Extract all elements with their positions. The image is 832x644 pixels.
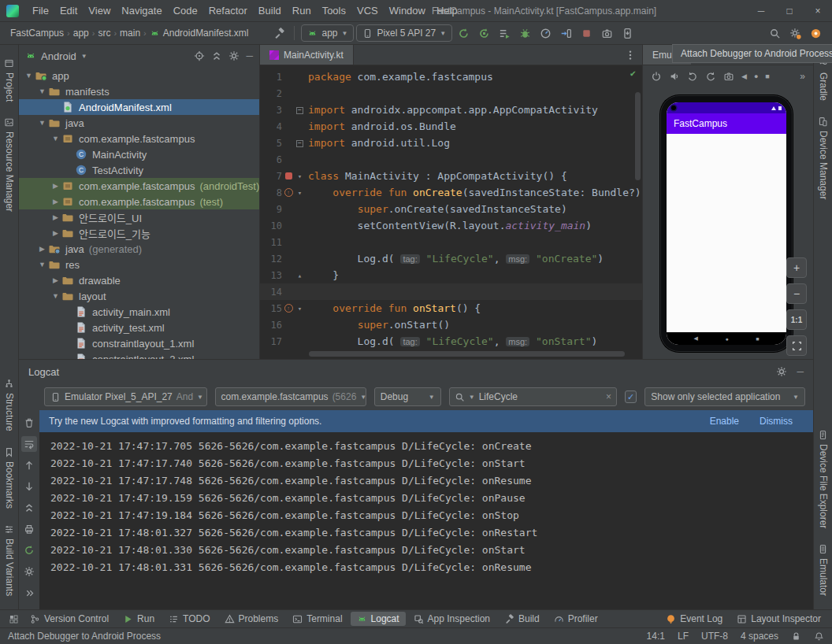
tree-expand-icon[interactable]: ▶ bbox=[36, 245, 48, 253]
minimize-button[interactable]: ─ bbox=[747, 0, 775, 22]
zoom-out-button[interactable]: − bbox=[786, 283, 807, 304]
zoom-reset-button[interactable]: 1:1 bbox=[786, 309, 807, 330]
menu-file[interactable]: File bbox=[27, 0, 54, 22]
menu-view[interactable]: View bbox=[83, 0, 116, 22]
tool-window-bar-layout-inspector[interactable]: Layout Inspector bbox=[730, 612, 827, 626]
emu-overflow-icon[interactable]: » bbox=[800, 71, 805, 82]
device-select[interactable]: Pixel 5 API 27 ▼ bbox=[356, 24, 452, 42]
menu-vcs[interactable]: VCS bbox=[351, 0, 384, 22]
tree-item-app[interactable]: ▼app bbox=[19, 68, 259, 83]
tree-item-androidmanifest-xml[interactable]: AndroidManifest.xml bbox=[19, 99, 259, 115]
tree-expand-icon[interactable]: ▶ bbox=[50, 213, 61, 221]
phone-app-content[interactable] bbox=[667, 134, 786, 332]
editor-horizontal-scrollbar[interactable] bbox=[309, 351, 625, 357]
tree-item-activity_test-xml[interactable]: activity_test.xml bbox=[19, 320, 259, 335]
screenshot-icon[interactable] bbox=[723, 71, 734, 82]
zoom-in-button[interactable]: + bbox=[786, 257, 807, 278]
nav-back-icon[interactable]: ◀ bbox=[694, 335, 698, 342]
regex-checkbox[interactable]: ✓ bbox=[625, 390, 637, 403]
tool-window-button-bookmarks[interactable]: Bookmarks bbox=[4, 440, 15, 516]
update-notification-icon[interactable] bbox=[807, 24, 824, 42]
apply-code-changes-icon[interactable] bbox=[475, 24, 492, 42]
attach-debugger-icon[interactable] bbox=[557, 24, 574, 42]
search-everywhere-icon[interactable] bbox=[766, 24, 783, 42]
sync-device-icon[interactable] bbox=[618, 24, 636, 42]
emu-back-icon[interactable]: ◀ bbox=[741, 72, 747, 80]
tool-window-button-project[interactable]: Project bbox=[4, 51, 15, 109]
tree-item-com-example-fastcampus[interactable]: ▶com.example.fastcampus(test) bbox=[19, 194, 259, 209]
tool-window-button-resource-manager[interactable]: Resource Manager bbox=[4, 110, 15, 219]
debug-icon[interactable] bbox=[516, 24, 533, 42]
indent-setting[interactable]: 4 spaces bbox=[741, 631, 778, 642]
tree-item-java[interactable]: ▼java bbox=[19, 115, 259, 131]
tool-window-button-structure[interactable]: Structure bbox=[4, 372, 15, 439]
menu-code[interactable]: Code bbox=[168, 0, 203, 22]
collapse-all-icon[interactable] bbox=[211, 50, 222, 61]
emu-overview-icon[interactable]: ■ bbox=[765, 72, 769, 80]
collapse-all-icon[interactable] bbox=[21, 500, 37, 516]
tool-window-button-build-variants[interactable]: Build Variants bbox=[4, 517, 15, 603]
breadcrumb-item[interactable]: app bbox=[71, 28, 91, 39]
logcat-scope-select[interactable]: Show only selected application ▼ bbox=[644, 387, 805, 406]
code-editor[interactable]: ✔ 1package com.example.fastcampus23−impo… bbox=[260, 65, 642, 359]
tool-window-button-emulator[interactable]: Emulator bbox=[818, 537, 829, 603]
banner-enable-link[interactable]: Enable bbox=[710, 416, 739, 427]
close-button[interactable]: × bbox=[804, 0, 832, 22]
tree-item-activity_main-xml[interactable]: activity_main.xml bbox=[19, 304, 259, 320]
class-marker-icon[interactable] bbox=[285, 172, 292, 180]
tree-item-drawable[interactable]: ▶drawable bbox=[19, 272, 259, 288]
file-encoding[interactable]: UTF-8 bbox=[701, 631, 728, 642]
tool-window-switcher-icon[interactable] bbox=[5, 610, 22, 627]
logcat-more-icon[interactable] bbox=[21, 585, 37, 601]
breadcrumb-item[interactable]: main bbox=[117, 28, 143, 39]
nav-home-icon[interactable]: ● bbox=[725, 336, 728, 342]
tree-item-constraintlayout_1-xml[interactable]: constraintlayout_1.xml bbox=[19, 335, 259, 351]
logcat-config-icon[interactable] bbox=[21, 564, 37, 579]
restart-logcat-icon[interactable] bbox=[21, 542, 37, 558]
logcat-hide-icon[interactable]: ─ bbox=[797, 366, 804, 377]
menu-navigate[interactable]: Navigate bbox=[116, 0, 167, 22]
tool-window-bar-terminal[interactable]: Terminal bbox=[286, 612, 348, 626]
emu-home-icon[interactable]: ● bbox=[754, 72, 758, 80]
locate-file-icon[interactable] bbox=[194, 50, 205, 61]
build-hammer-icon[interactable] bbox=[270, 24, 288, 42]
logcat-process-select[interactable]: com.example.fastcampus (5626 ▼ bbox=[215, 387, 366, 406]
print-icon[interactable] bbox=[21, 521, 37, 537]
logcat-search-input[interactable]: ▼ LifeCycle × bbox=[449, 387, 617, 406]
clear-search-icon[interactable]: × bbox=[606, 391, 611, 402]
tool-window-button-device-file-explorer[interactable]: Device File Explorer bbox=[818, 423, 829, 535]
scroll-up-icon[interactable] bbox=[21, 457, 37, 473]
tree-item-manifests[interactable]: ▼manifests bbox=[19, 83, 259, 99]
tree-expand-icon[interactable]: ▼ bbox=[36, 261, 48, 268]
profiler-icon[interactable] bbox=[537, 24, 554, 42]
tool-window-bar-run[interactable]: Run bbox=[117, 612, 161, 626]
tree-item-mainactivity[interactable]: CMainActivity bbox=[19, 146, 259, 162]
tree-item-안드로이드_ui[interactable]: ▶안드로이드_UI bbox=[19, 209, 259, 225]
tool-window-bar-problems[interactable]: Problems bbox=[218, 612, 285, 626]
rotate-right-icon[interactable] bbox=[705, 71, 716, 82]
breadcrumb-item[interactable]: FastCampus bbox=[8, 28, 66, 39]
run-list-icon[interactable] bbox=[496, 24, 513, 42]
tree-expand-icon[interactable]: ▼ bbox=[23, 72, 35, 80]
soft-wrap-icon[interactable] bbox=[21, 436, 37, 452]
tool-window-bar-event-log[interactable]: Event Log bbox=[659, 612, 729, 626]
stop-icon[interactable] bbox=[578, 24, 595, 42]
banner-dismiss-link[interactable]: Dismiss bbox=[760, 416, 793, 427]
scroll-down-icon[interactable] bbox=[21, 479, 37, 494]
tool-window-bar-version-control[interactable]: Version Control bbox=[24, 612, 115, 626]
breadcrumb-item[interactable]: src bbox=[95, 28, 113, 39]
settings-gear-icon[interactable] bbox=[786, 24, 804, 42]
fold-icon[interactable]: − bbox=[296, 140, 303, 147]
tree-expand-icon[interactable]: ▶ bbox=[50, 276, 61, 284]
screenshot-icon[interactable] bbox=[598, 24, 615, 42]
tree-expand-icon[interactable]: ▶ bbox=[50, 198, 61, 205]
logcat-output[interactable]: 2022-10-21 17:47:17.705 5626-5626/com.ex… bbox=[39, 432, 813, 609]
maximize-button[interactable]: □ bbox=[775, 0, 804, 22]
tree-item-com-example-fastcampus[interactable]: ▶com.example.fastcampus(androidTest) bbox=[19, 178, 259, 194]
tree-expand-icon[interactable]: ▶ bbox=[50, 229, 61, 237]
menu-tools[interactable]: Tools bbox=[317, 0, 351, 22]
tool-window-bar-build[interactable]: Build bbox=[498, 612, 546, 626]
tree-item-constraintlayout_2-xml[interactable]: constraintlayout_2.xml bbox=[19, 351, 259, 359]
search-history-icon[interactable]: ▼ bbox=[469, 394, 475, 401]
tool-window-bar-logcat[interactable]: Logcat bbox=[351, 612, 406, 626]
